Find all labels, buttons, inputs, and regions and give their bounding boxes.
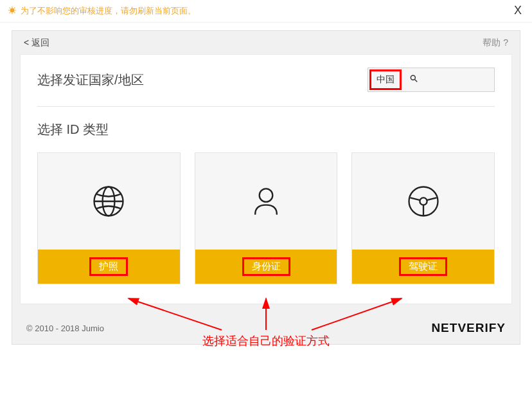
option-idcard[interactable]: 身份证	[195, 152, 338, 284]
bulb-icon	[8, 6, 17, 17]
banner-message: 为了不影响您的审核进度，请勿刷新当前页面。	[21, 5, 196, 17]
help-button[interactable]: 帮助 ?	[483, 37, 508, 49]
svg-line-17	[410, 197, 420, 200]
svg-line-8	[14, 7, 15, 8]
search-icon[interactable]	[403, 74, 425, 86]
country-select[interactable]: 中国	[368, 68, 495, 92]
globe-icon	[38, 153, 180, 250]
main-panel: < 返回 帮助 ? 选择发证国家/地区 中国 选择 ID 类型	[12, 30, 520, 345]
svg-line-18	[427, 197, 436, 200]
brand-logo: NETVERIFY	[431, 321, 506, 335]
warning-banner: 为了不影响您的审核进度，请勿刷新当前页面。 X	[0, 0, 532, 23]
option-label: 身份证	[195, 250, 337, 284]
country-value: 中国	[369, 69, 402, 90]
person-icon	[195, 153, 337, 250]
option-label: 护照	[38, 250, 180, 284]
header-row: < 返回 帮助 ?	[12, 31, 520, 54]
svg-line-10	[415, 80, 418, 82]
option-label-text: 护照	[89, 257, 128, 276]
option-label: 驾驶证	[352, 250, 494, 284]
option-passport[interactable]: 护照	[37, 152, 181, 284]
back-button[interactable]: < 返回	[24, 37, 49, 49]
svg-point-16	[420, 197, 427, 205]
steering-wheel-icon	[352, 153, 494, 250]
copyright: © 2010 - 2018 Jumio	[26, 324, 104, 333]
close-icon[interactable]: X	[514, 4, 522, 17]
option-label-text: 驾驶证	[399, 257, 447, 276]
svg-line-6	[14, 12, 15, 13]
svg-point-0	[10, 8, 15, 12]
content-card: 选择发证国家/地区 中国 选择 ID 类型	[20, 54, 512, 304]
country-title: 选择发证国家/地区	[37, 71, 144, 89]
idtype-title: 选择 ID 类型	[37, 121, 495, 138]
option-driverlicense[interactable]: 驾驶证	[351, 152, 495, 284]
country-row: 选择发证国家/地区 中国	[37, 68, 495, 107]
footer: © 2010 - 2018 Jumio NETVERIFY	[12, 312, 520, 344]
idtype-options: 护照 身份证	[37, 152, 495, 284]
option-label-text: 身份证	[242, 257, 290, 276]
svg-line-7	[10, 12, 10, 13]
svg-point-9	[411, 75, 415, 80]
svg-point-14	[260, 188, 273, 202]
svg-line-5	[10, 7, 10, 8]
